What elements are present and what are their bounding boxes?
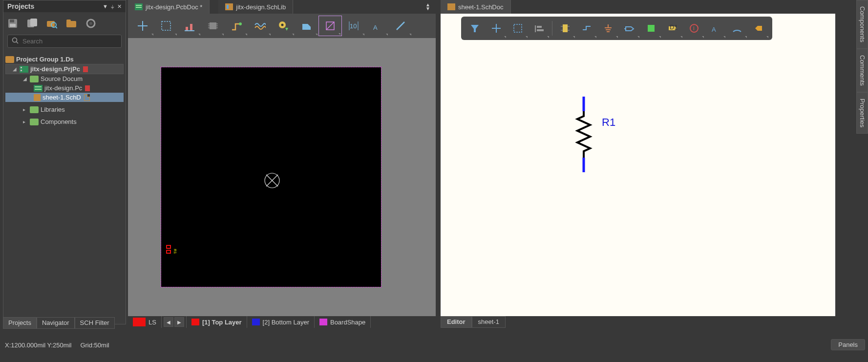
sch-tool-align[interactable] — [529, 18, 550, 39]
pcb-tool-via[interactable] — [272, 16, 295, 36]
svg-point-41 — [281, 24, 284, 26]
project-icon — [20, 66, 28, 73]
projects-search[interactable] — [7, 35, 122, 48]
svg-rect-30 — [190, 24, 192, 31]
panel-pin-icon[interactable]: ⏚ — [111, 3, 114, 10]
tree-pcb-doc-label: jitx-design.Pc — [44, 84, 82, 92]
tree-source-documents[interactable]: ◢ Source Docum — [5, 74, 124, 83]
pcb-toolbar: 10 A — [128, 14, 436, 38]
doc-tab-pcb[interactable]: jitx-design.PcbDoc * — [128, 0, 210, 14]
tree-libraries-label: Libraries — [41, 106, 65, 113]
panels-button[interactable]: Panels — [831, 339, 865, 350]
svg-marker-58 — [471, 25, 479, 32]
compile-icon[interactable] — [27, 18, 38, 29]
tree-sch-doc[interactable]: sheet-1.SchD — [5, 93, 124, 102]
doc-tab-sheet[interactable]: sheet-1.SchDoc — [441, 0, 511, 14]
pcb-tool-move[interactable] — [131, 16, 154, 36]
toolbar-separator — [552, 21, 552, 36]
pcb-tool-fill[interactable] — [318, 16, 342, 36]
doc-tab-scroll[interactable]: ▲ ▼ — [424, 0, 432, 14]
svg-rect-11 — [47, 21, 55, 27]
search-project-icon[interactable] — [46, 18, 57, 29]
doc-tab-schlib-label: jitx-design.SchLib — [236, 3, 286, 11]
pcb-file-icon — [34, 85, 42, 92]
pcb-tool-align[interactable] — [178, 16, 201, 36]
svg-rect-24 — [35, 86, 42, 87]
pcb-tool-select-rect[interactable] — [154, 16, 178, 36]
sch-tool-gnd[interactable] — [597, 18, 619, 39]
settings-gear-icon[interactable] — [85, 18, 96, 29]
sch-tool-text[interactable]: A — [705, 18, 726, 39]
pcb-tool-text[interactable]: A — [365, 16, 389, 36]
bottom-tab-navigator[interactable]: Navigator — [37, 317, 75, 329]
side-tab-comments[interactable]: Comments — [856, 49, 868, 92]
pcb-tool-plane[interactable] — [295, 16, 318, 36]
pcb-layer-bar: LS ◀ ▶ [1] Top Layer [2] Bottom Layer Bo… — [128, 316, 371, 328]
right-side-tabs: Components Comments Properties — [856, 0, 868, 134]
pcb-tool-route[interactable] — [225, 16, 248, 36]
save-icon[interactable] — [7, 18, 18, 29]
tree-project-group[interactable]: Project Group 1.Ds — [5, 55, 124, 64]
sch-tool-port[interactable] — [619, 18, 640, 39]
project-group-icon — [5, 56, 14, 63]
layer-top[interactable]: [1] Top Layer — [187, 316, 247, 328]
sch-tool-select[interactable] — [507, 18, 529, 39]
sch-tool-netlabel[interactable] — [748, 18, 769, 39]
sch-tab-editor[interactable]: Editor — [441, 316, 472, 328]
svg-rect-57 — [167, 251, 170, 253]
layer-bottom-label: [2] Bottom Layer — [263, 319, 309, 326]
sch-tool-filter[interactable] — [464, 18, 486, 39]
tree-project[interactable]: ◢ jitx-design.PrjPc — [5, 64, 124, 74]
schematic-resistor[interactable] — [572, 97, 596, 175]
project-folder-icon[interactable] — [66, 18, 77, 29]
folder-icon — [30, 76, 39, 82]
pcb-component-ref: R1 — [173, 249, 177, 254]
sch-tool-part[interactable] — [554, 18, 576, 39]
schematic-editor[interactable]: D1 i A R1 — [441, 14, 835, 316]
svg-rect-8 — [10, 24, 16, 27]
sch-tool-probe[interactable]: i — [683, 18, 705, 39]
sch-file-icon — [34, 94, 41, 101]
pcb-tool-diff-pair[interactable] — [248, 16, 272, 36]
layer-next-button[interactable]: ▶ — [174, 317, 184, 327]
pcb-tool-component[interactable] — [201, 16, 225, 36]
svg-line-13 — [55, 26, 57, 28]
tree-components[interactable]: ▸ Components — [5, 117, 124, 126]
tree-libraries[interactable]: ▸ Libraries — [5, 105, 124, 114]
layer-bottom[interactable]: [2] Bottom Layer — [247, 316, 315, 328]
layer-boardshape[interactable]: BoardShape — [315, 316, 371, 328]
side-tab-components[interactable]: Components — [856, 0, 868, 49]
projects-search-input[interactable] — [22, 38, 117, 45]
svg-text:10: 10 — [350, 22, 357, 30]
svg-point-17 — [89, 22, 92, 25]
tree-pcb-doc[interactable]: jitx-design.Pc — [5, 83, 124, 93]
svg-text:D1: D1 — [670, 23, 678, 31]
svg-marker-74 — [626, 27, 634, 31]
sch-tool-arc[interactable] — [726, 18, 748, 39]
doc-tab-schlib[interactable]: jitx-design.SchLib — [218, 0, 293, 14]
bottom-tab-sch-filter[interactable]: SCH Filter — [75, 317, 115, 329]
svg-rect-28 — [162, 21, 170, 30]
layer-set-ls[interactable]: LS — [128, 316, 162, 328]
folder-icon — [30, 106, 39, 113]
projects-panel: Projects ▼ ⏚ ✕ Project Gro — [3, 0, 126, 324]
pcb-tool-line[interactable] — [389, 16, 412, 36]
side-tab-properties[interactable]: Properties — [856, 92, 868, 134]
projects-panel-titlebar: Projects ▼ ⏚ ✕ — [3, 0, 126, 12]
bottom-tab-projects[interactable]: Projects — [3, 317, 37, 329]
sch-tool-sheet[interactable] — [640, 18, 662, 39]
layer-set-label: LS — [148, 319, 156, 326]
status-bar: X:1200.000mil Y:250mil Grid:50mil — [0, 340, 114, 351]
file-status-icon — [84, 94, 90, 101]
sch-tool-directive[interactable]: D1 — [662, 18, 683, 39]
panel-menu-icon[interactable]: ▼ — [103, 3, 108, 10]
sch-tool-wire[interactable] — [576, 18, 597, 39]
pcb-tool-dimension[interactable]: 10 — [342, 16, 365, 36]
svg-rect-25 — [35, 89, 42, 90]
layer-prev-button[interactable]: ◀ — [164, 317, 173, 327]
panel-close-icon[interactable]: ✕ — [117, 3, 122, 10]
sch-tool-move[interactable] — [486, 18, 507, 39]
pcb-placed-component[interactable]: R1 — [165, 244, 174, 256]
svg-rect-29 — [186, 27, 188, 31]
sch-tab-sheet[interactable]: sheet-1 — [472, 316, 506, 328]
